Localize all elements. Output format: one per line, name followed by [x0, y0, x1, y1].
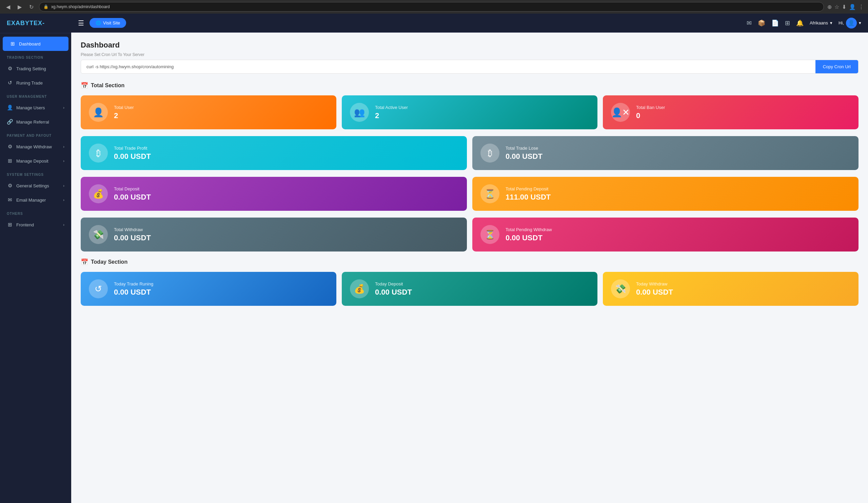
total-ban-user-icon-circle: 👤✕	[611, 103, 630, 122]
user-menu[interactable]: Hi, 👤 ▾	[838, 18, 861, 29]
card-today-trade-runing: ↺ Today Trade Runing 0.00 USDT	[81, 272, 336, 306]
bell-icon[interactable]: 🔔	[796, 19, 804, 27]
user-arrow: ▾	[859, 20, 861, 26]
total-pending-deposit-icon-circle: ⏳	[480, 184, 499, 203]
total-pending-withdraw-icon: ⏳	[485, 230, 495, 240]
runing-trade-icon: ↺	[7, 80, 13, 86]
language-selector[interactable]: Afrikaans ▾	[810, 20, 833, 26]
sidebar-section-trading: TRADING SECTION	[0, 51, 71, 61]
browser-url[interactable]: xg.hwym.shop/admin/dashboard	[51, 4, 110, 9]
sidebar-item-frontend[interactable]: ⊞ Frontend ›	[0, 218, 71, 232]
menu-toggle-button[interactable]: ☰	[78, 19, 84, 27]
total-pending-withdraw-label: Total Pending Withdraw	[506, 227, 552, 232]
total-section-icon: 📅	[81, 82, 88, 89]
dashboard-icon: ⊞	[10, 41, 16, 47]
sidebar-label-general-settings: General Settings	[16, 183, 49, 188]
total-ban-user-info: Total Ban User 0	[636, 105, 665, 120]
total-ban-user-icon: 👤✕	[611, 107, 630, 118]
total-trade-profit-icon-circle: ₿	[89, 143, 108, 163]
total-pending-deposit-info: Total Pending Deposit 111.00 USDT	[506, 186, 551, 202]
total-withdraw-label: Total Withdraw	[114, 227, 151, 232]
total-pending-withdraw-info: Total Pending Withdraw 0.00 USDT	[506, 227, 552, 242]
box-icon[interactable]: 📦	[758, 19, 765, 27]
sidebar-item-manage-deposit[interactable]: ⊞ Manage Deposit ›	[0, 154, 71, 168]
card-total-trade-lose: ₿ Total Trade Lose 0.00 USDT	[472, 136, 858, 170]
total-user-label: Total User	[114, 105, 134, 110]
today-deposit-icon-circle: 💰	[350, 279, 369, 298]
total-withdraw-info: Total Withdraw 0.00 USDT	[114, 227, 151, 242]
browser-actions: ⊕ ☆ ⬇ 👤 ⋮	[827, 4, 864, 10]
total-user-info: Total User 2	[114, 105, 134, 120]
cron-url-input[interactable]	[81, 60, 815, 73]
total-pending-withdraw-icon-circle: ⏳	[480, 225, 499, 244]
sidebar-item-trading-setting[interactable]: ⚙ Trading Setting	[0, 61, 71, 76]
today-withdraw-icon-circle: 💸	[611, 279, 630, 298]
manage-users-arrow: ›	[63, 105, 64, 110]
user-icon[interactable]: 👤	[849, 4, 856, 10]
total-deposit-label: Total Deposit	[114, 186, 151, 191]
today-withdraw-icon: 💸	[615, 284, 626, 294]
card-total-pending-deposit: ⏳ Total Pending Deposit 111.00 USDT	[472, 177, 858, 211]
browser-url-bar: 🔒 xg.hwym.shop/admin/dashboard	[39, 2, 824, 11]
total-deposit-icon: 💰	[93, 189, 104, 199]
today-withdraw-value: 0.00 USDT	[636, 288, 673, 296]
sidebar-item-manage-withdraw[interactable]: ⚙ Manage Withdraw ›	[0, 140, 71, 154]
sidebar-item-manage-referral[interactable]: 🔗 Manage Referral	[0, 115, 71, 129]
total-deposit-info: Total Deposit 0.00 USDT	[114, 186, 151, 202]
total-pending-deposit-label: Total Pending Deposit	[506, 186, 551, 191]
card-total-active-user: 👥 Total Active User 2	[342, 95, 597, 129]
card-total-withdraw: 💸 Total Withdraw 0.00 USDT	[81, 218, 467, 252]
translate-icon[interactable]: ⊕	[827, 4, 832, 10]
topbar-right: ✉ 📦 📄 ⊞ 🔔 Afrikaans ▾ Hi, 👤 ▾	[747, 18, 861, 29]
browser-forward[interactable]: ▶	[16, 2, 24, 11]
sidebar-item-manage-users[interactable]: 👤 Manage Users ›	[0, 100, 71, 115]
total-trade-profit-label: Total Trade Profit	[114, 145, 151, 151]
today-withdraw-label: Today Withdraw	[636, 281, 673, 286]
today-section-header: 📅 Today Section	[81, 258, 858, 266]
sidebar-item-email-manager[interactable]: ✉ Email Manager ›	[0, 193, 71, 207]
sidebar-item-runing-trade[interactable]: ↺ Runing Trade	[0, 76, 71, 90]
total-pending-deposit-icon: ⏳	[485, 189, 495, 199]
today-deposit-value: 0.00 USDT	[375, 288, 412, 296]
cron-section: Please Set Cron Url To Your Server Copy …	[81, 52, 858, 74]
cron-label: Please Set Cron Url To Your Server	[81, 52, 858, 57]
today-deposit-icon: 💰	[354, 284, 365, 294]
browser-refresh[interactable]: ↻	[27, 2, 35, 11]
brand-text: EXABYTEX-	[7, 20, 45, 27]
card-total-ban-user: 👤✕ Total Ban User 0	[603, 95, 858, 129]
general-settings-arrow: ›	[63, 184, 64, 188]
mail-icon[interactable]: ✉	[747, 19, 752, 27]
document-icon[interactable]: 📄	[771, 19, 779, 27]
sidebar-item-dashboard[interactable]: ⊞ Dashboard	[3, 37, 69, 51]
grid-icon[interactable]: ⊞	[785, 19, 790, 27]
today-deposit-label: Today Deposit	[375, 281, 412, 286]
sidebar-item-general-settings[interactable]: ⚙ General Settings ›	[0, 179, 71, 193]
sidebar-section-others: OTHERS	[0, 207, 71, 218]
total-trade-lose-info: Total Trade Lose 0.00 USDT	[506, 145, 542, 161]
sidebar: EXABYTEX- ⊞ Dashboard TRADING SECTION ⚙ …	[0, 13, 71, 503]
card-today-deposit: 💰 Today Deposit 0.00 USDT	[342, 272, 597, 306]
sidebar-label-manage-deposit: Manage Deposit	[16, 159, 49, 164]
main-inner: Dashboard Please Set Cron Url To Your Se…	[71, 33, 868, 314]
card-total-trade-profit: ₿ Total Trade Profit 0.00 USDT	[81, 136, 467, 170]
visit-site-button[interactable]: 🌐 Visit Site	[90, 18, 126, 28]
hi-label: Hi,	[838, 20, 844, 26]
sidebar-brand: EXABYTEX-	[0, 13, 71, 33]
menu-icon[interactable]: ⋮	[858, 4, 864, 10]
card-total-deposit: 💰 Total Deposit 0.00 USDT	[81, 177, 467, 211]
browser-back[interactable]: ◀	[4, 2, 12, 11]
total-cards-row3: 💰 Total Deposit 0.00 USDT ⏳ Total Pendin…	[81, 177, 858, 211]
total-cards-row1: 👤 Total User 2 👥 Total Active User	[81, 95, 858, 129]
topbar: ☰ 🌐 Visit Site ✉ 📦 📄 ⊞ 🔔 Afrikaans ▾ Hi,…	[71, 13, 868, 33]
bookmark-icon[interactable]: ☆	[835, 4, 839, 10]
total-section-header: 📅 Total Section	[81, 82, 858, 89]
globe-icon: 🌐	[96, 20, 101, 26]
copy-cron-button[interactable]: Copy Cron Url	[815, 60, 858, 73]
browser-bar: ◀ ▶ ↻ 🔒 xg.hwym.shop/admin/dashboard ⊕ ☆…	[0, 0, 868, 13]
download-icon[interactable]: ⬇	[842, 4, 846, 10]
frontend-arrow: ›	[63, 223, 64, 227]
total-trade-lose-icon-circle: ₿	[480, 143, 499, 163]
email-manager-icon: ✉	[7, 197, 13, 203]
sidebar-label-frontend: Frontend	[16, 222, 34, 228]
sidebar-section-payment: PAYMENT AND PAYOUT	[0, 129, 71, 140]
